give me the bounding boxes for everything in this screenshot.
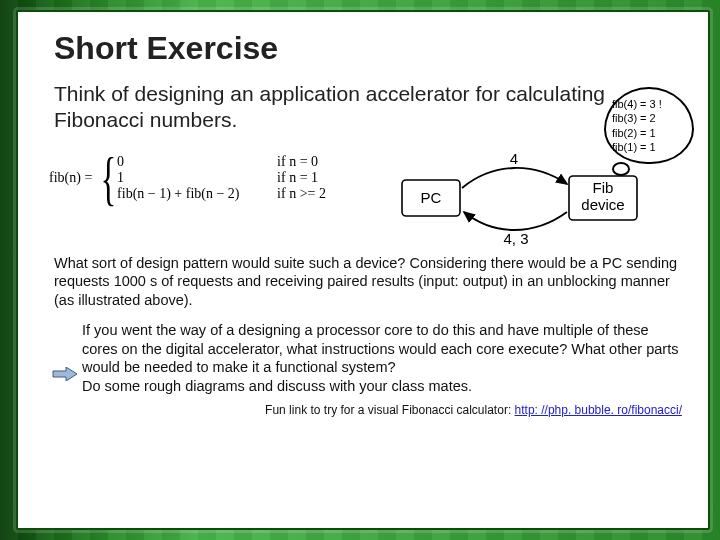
thought-line-3: fib(2) = 1 (612, 126, 686, 140)
arrow-bottom (464, 212, 567, 230)
formula-lhs: fib(n) = (49, 170, 92, 186)
arrow-top (462, 167, 567, 187)
intro-text: Think of designing an application accele… (54, 81, 614, 134)
diagram-row: fib(n) = { 0if n = 0 1if n = 1 fib(n − 1… (54, 140, 682, 250)
arrow-bottom-label: 4, 3 (503, 230, 528, 247)
pc-fib-diagram: PC Fib device 4 4, 3 (384, 140, 644, 250)
formula-cases: 0if n = 0 1if n = 1 fib(n − 1) + fib(n −… (117, 154, 326, 202)
arrow-top-label: 4 (510, 150, 518, 167)
footer: Fun link to try for a visual Fibonacci c… (54, 403, 682, 417)
paragraph-processor-core-text: If you went the way of a designing a pro… (82, 321, 682, 395)
fib-label-1: Fib (593, 179, 614, 196)
fibonacci-formula: fib(n) = { 0if n = 0 1if n = 1 fib(n − 1… (49, 148, 349, 208)
pc-label: PC (421, 189, 442, 206)
brace-icon: { (101, 148, 117, 208)
paragraph-processor-core: If you went the way of a designing a pro… (82, 321, 682, 395)
thought-line-2: fib(3) = 2 (612, 111, 686, 125)
arrow-bullet-icon (52, 367, 78, 381)
footer-prefix: Fun link to try for a visual Fibonacci c… (265, 403, 514, 417)
thought-line-1: fib(4) = 3 ! (612, 97, 686, 111)
footer-link[interactable]: http: //php. bubble. ro/fibonacci/ (515, 403, 682, 417)
fib-label-2: device (581, 196, 624, 213)
paragraph-design-pattern: What sort of design pattern would suite … (54, 254, 682, 310)
slide-card: Short Exercise Think of designing an app… (16, 10, 710, 530)
slide-title: Short Exercise (54, 30, 682, 67)
